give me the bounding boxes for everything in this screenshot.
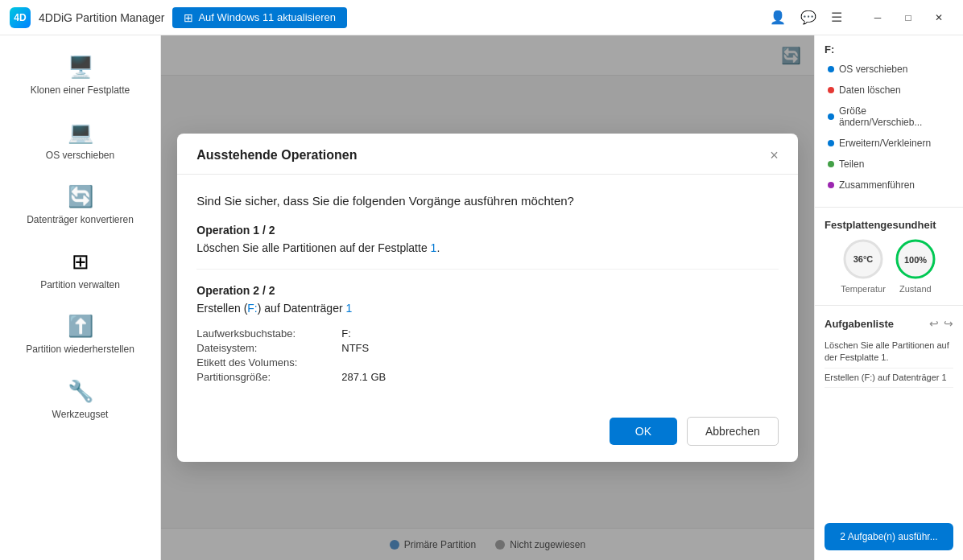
op1-text: Löschen Sie alle Partitionen auf der Fes…	[196, 241, 430, 254]
temp-value: 36°C	[841, 237, 885, 281]
sidebar-item-clone-label: Klonen einer Festplatte	[31, 84, 130, 97]
health-metric: 100% Zustand	[894, 237, 937, 294]
right-panel: F: OS verschieben Daten löschen Größe än…	[814, 35, 963, 560]
operation-2-header: Operation 2 / 2	[196, 284, 778, 297]
window-controls: ─ □ ✕	[863, 6, 953, 29]
modal-question: Sind Sie sicher, dass Sie die folgenden …	[196, 194, 778, 208]
windows-icon: ⊞	[184, 11, 193, 24]
detail-row-fs: Dateisystem: NTFS	[196, 342, 778, 354]
disk-actions-section: F: OS verschieben Daten löschen Größe än…	[815, 35, 963, 204]
run-tasks-button[interactable]: 2 Aufgabe(n) ausführ...	[825, 523, 953, 550]
action-move-os-label: OS verschieben	[839, 64, 907, 75]
action-expand[interactable]: Erweitern/Verkleinern	[825, 133, 953, 154]
move-os-icon: 💻	[68, 120, 93, 145]
cancel-button[interactable]: Abbrechen	[687, 417, 779, 446]
sidebar-item-move-os-label: OS verschieben	[46, 150, 114, 163]
health-ring-svg: 100%	[894, 237, 937, 281]
action-merge[interactable]: Zusammenführen	[825, 175, 953, 196]
action-split-label: Teilen	[839, 159, 864, 170]
tasks-header: Aufgabenliste ↩ ↪	[825, 317, 953, 330]
health-ring-text: 100%	[904, 255, 927, 265]
user-icon[interactable]: 👤	[770, 10, 786, 25]
detail-row-drive: Laufwerksbuchstabe: F:	[196, 327, 778, 340]
modal-close-button[interactable]: ×	[770, 148, 779, 163]
chat-icon[interactable]: 💬	[800, 10, 816, 25]
action-resize[interactable]: Größe ändern/Verschieb...	[825, 101, 953, 133]
delete-data-dot	[828, 87, 834, 93]
operation-1-desc: Löschen Sie alle Partitionen auf der Fes…	[196, 241, 778, 254]
detail-row-label: Etikett des Volumens:	[196, 356, 778, 369]
menu-icon[interactable]: ☰	[831, 10, 842, 25]
operation-2-section: Operation 2 / 2 Erstellen (F:) auf Daten…	[196, 269, 778, 383]
temp-label: Temperatur	[841, 284, 886, 294]
sidebar-item-convert[interactable]: 🔄 Datenträger konvertieren	[6, 175, 154, 237]
titlebar: 4D 4DDiG Partition Manager ⊞ Auf Windows…	[0, 0, 963, 35]
operation-1-header: Operation 1 / 2	[196, 224, 778, 237]
health-section: Festplattengesundheit 36°C Temperatur	[815, 211, 963, 302]
disk-label: F:	[825, 43, 953, 56]
resize-dot	[828, 113, 834, 120]
sidebar-item-restore[interactable]: ⬆️ Partition wiederherstellen	[6, 304, 154, 366]
sidebar-item-convert-label: Datenträger konvertieren	[27, 214, 134, 227]
sidebar-item-tools-label: Werkzeugset	[52, 409, 109, 422]
modal-overlay: Ausstehende Operationen × Sind Sie siche…	[161, 35, 814, 560]
app-title: 4DDiG Partition Manager	[39, 11, 164, 24]
sidebar-item-manage[interactable]: ⊞ Partition verwalten	[6, 240, 154, 302]
main-layout: 🖥️ Klonen einer Festplatte 💻 OS verschie…	[0, 35, 963, 560]
restore-icon: ⬆️	[68, 314, 93, 339]
modal-footer: OK Abbrechen	[177, 397, 797, 462]
tasks-controls: ↩ ↪	[929, 317, 953, 330]
detail-label-fs: Dateisystem:	[196, 342, 341, 354]
modal-header: Ausstehende Operationen ×	[177, 134, 797, 175]
titlebar-left: 4D 4DDiG Partition Manager ⊞ Auf Windows…	[10, 7, 347, 28]
health-circle-wrap: 100%	[894, 237, 937, 281]
sidebar-item-manage-label: Partition verwalten	[40, 279, 120, 292]
redo-button[interactable]: ↪	[944, 317, 953, 330]
sidebar-item-move-os[interactable]: 💻 OS verschieben	[6, 110, 154, 172]
health-label: Zustand	[899, 284, 932, 294]
manage-icon: ⊞	[72, 249, 89, 274]
panel-divider-1	[815, 207, 963, 208]
tasks-title: Aufgabenliste	[825, 318, 894, 330]
health-title: Festplattengesundheit	[825, 219, 953, 231]
op1-suffix: .	[436, 241, 440, 254]
app-logo: 4D	[10, 7, 31, 28]
action-move-os[interactable]: OS verschieben	[825, 59, 953, 80]
temp-metric: 36°C Temperatur	[841, 237, 886, 294]
close-button[interactable]: ✕	[924, 6, 953, 29]
titlebar-right: 👤 💬 ☰ ─ □ ✕	[770, 6, 953, 29]
sidebar-item-restore-label: Partition wiederherstellen	[26, 344, 134, 356]
sidebar-item-clone[interactable]: 🖥️ Klonen einer Festplatte	[6, 45, 154, 107]
detail-label-drive: Laufwerksbuchstabe:	[196, 327, 341, 340]
action-delete-data[interactable]: Daten löschen	[825, 80, 953, 101]
detail-value-drive: F:	[341, 327, 351, 340]
temp-circle-wrap: 36°C	[841, 237, 885, 281]
modal-title: Ausstehende Operationen	[196, 148, 357, 163]
action-expand-label: Erweitern/Verkleinern	[839, 138, 931, 149]
operation-1-section: Operation 1 / 2 Löschen Sie alle Partiti…	[196, 224, 778, 254]
modal-dialog: Ausstehende Operationen × Sind Sie siche…	[177, 134, 797, 462]
detail-label-size: Partitionsgröße:	[196, 371, 341, 383]
tasks-section: Aufgabenliste ↩ ↪ Löschen Sie alle Parti…	[815, 309, 963, 517]
action-split[interactable]: Teilen	[825, 154, 953, 175]
detail-value-size: 287.1 GB	[341, 371, 386, 383]
undo-button[interactable]: ↩	[929, 317, 939, 330]
action-merge-label: Zusammenführen	[839, 179, 915, 191]
maximize-button[interactable]: □	[894, 6, 923, 29]
action-delete-data-label: Daten löschen	[839, 84, 901, 96]
operation-2-desc: Erstellen (F:) auf Datenträger 1	[196, 302, 778, 315]
update-button[interactable]: ⊞ Auf Windows 11 aktualisieren	[172, 7, 347, 28]
detail-label-volume: Etikett des Volumens:	[196, 356, 341, 369]
sidebar-item-tools[interactable]: 🔧 Werkzeugset	[6, 369, 154, 431]
merge-dot	[828, 182, 834, 188]
sidebar: 🖥️ Klonen einer Festplatte 💻 OS verschie…	[0, 35, 161, 560]
split-dot	[828, 161, 834, 167]
op2-text2: ) auf Datenträger	[258, 302, 346, 315]
tools-icon: 🔧	[68, 379, 93, 404]
task-item-2: Erstellen (F:) auf Datenträger 1	[825, 369, 953, 388]
modal-body: Sind Sie sicher, dass Sie die folgenden …	[177, 175, 797, 383]
ok-button[interactable]: OK	[610, 418, 677, 445]
op2-link2: 1	[346, 302, 353, 315]
task-item-1: Löschen Sie alle Partitionen auf der Fes…	[825, 336, 953, 369]
minimize-button[interactable]: ─	[863, 6, 892, 29]
